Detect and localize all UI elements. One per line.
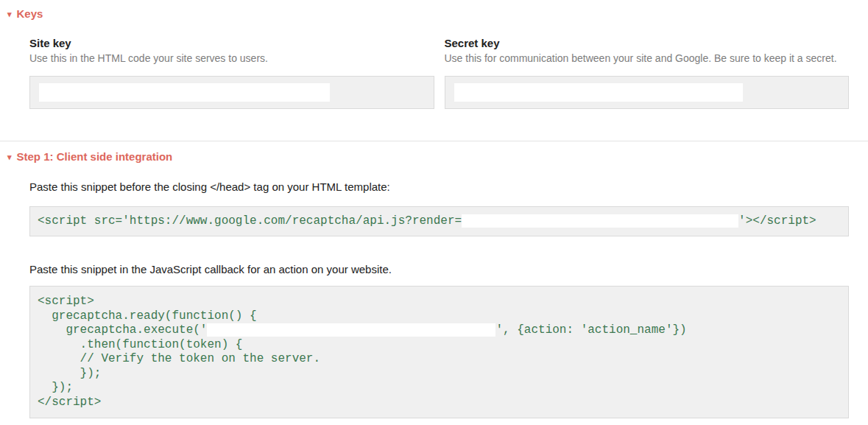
site-key-box[interactable]	[29, 76, 434, 109]
secret-key-value-redacted	[454, 83, 743, 102]
keys-section-title: Keys	[17, 7, 43, 20]
site-key-description: Use this in the HTML code your site serv…	[29, 52, 434, 64]
snippet2-instruction: Paste this snippet in the JavaScript cal…	[29, 263, 849, 275]
secret-key-label: Secret key	[445, 37, 850, 49]
execute-after-key: ', {action: 'action_name'})	[495, 323, 686, 337]
code-line: </script>	[38, 396, 848, 410]
head-snippet-after-key: '></script>	[738, 214, 816, 228]
head-snippet-before-key: <script src='https://www.google.com/reca…	[38, 214, 462, 228]
section-divider	[0, 141, 868, 141]
site-key-column: Site key Use this in the HTML code your …	[29, 37, 434, 109]
code-line: // Verify the token on the server.	[38, 352, 848, 367]
code-line: .then(function(token) {	[38, 338, 848, 353]
execute-before-key: grecaptcha.execute('	[38, 323, 207, 337]
code-line: });	[38, 381, 848, 396]
secret-key-column: Secret key Use this for communication be…	[445, 37, 850, 109]
collapse-triangle-icon: ▾	[7, 153, 12, 161]
site-key-value-redacted	[39, 83, 330, 102]
code-line: grecaptcha.ready(function() {	[38, 309, 848, 324]
keys-section-header[interactable]: ▾ Keys	[7, 7, 868, 20]
site-key-redacted-in-code	[462, 214, 738, 228]
keys-columns: Site key Use this in the HTML code your …	[29, 37, 849, 109]
secret-key-description: Use this for communication between your …	[445, 52, 850, 64]
site-key-redacted-in-code	[207, 323, 495, 337]
code-line: <script>	[38, 295, 848, 309]
step1-section-title: Step 1: Client side integration	[17, 150, 173, 163]
site-key-label: Site key	[29, 37, 434, 49]
head-snippet-code-box[interactable]: <script src='https://www.google.com/reca…	[29, 206, 849, 236]
collapse-triangle-icon: ▾	[7, 10, 12, 18]
code-line: });	[38, 367, 848, 382]
callback-snippet-code-box[interactable]: <script> grecaptcha.ready(function() { g…	[29, 286, 849, 418]
snippet1-instruction: Paste this snippet before the closing </…	[29, 180, 849, 193]
code-line-with-redaction: grecaptcha.execute('', {action: 'action_…	[38, 323, 848, 338]
step1-section-header[interactable]: ▾ Step 1: Client side integration	[7, 150, 868, 163]
secret-key-box[interactable]	[445, 76, 850, 109]
recaptcha-admin-panel: ▾ Keys Site key Use this in the HTML cod…	[0, 7, 868, 418]
